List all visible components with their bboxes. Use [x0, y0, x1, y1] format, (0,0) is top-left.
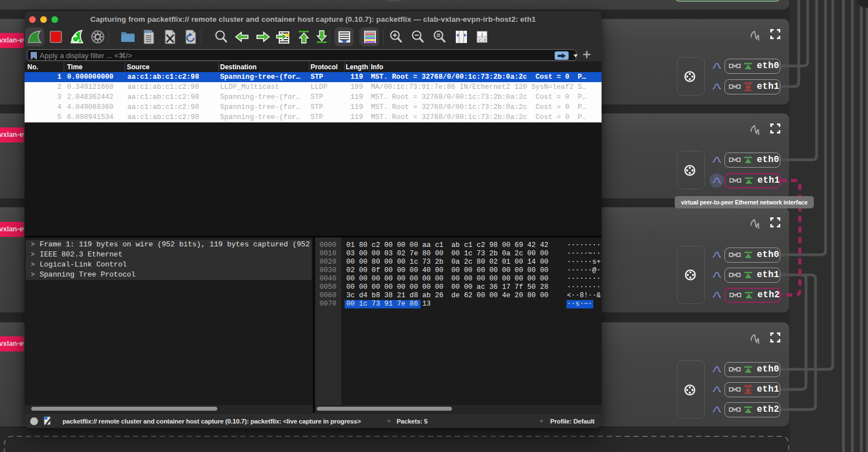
svg-text:3: 3 [483, 37, 485, 42]
svg-text:1: 1 [481, 32, 483, 37]
svg-text:2: 2 [478, 37, 480, 42]
